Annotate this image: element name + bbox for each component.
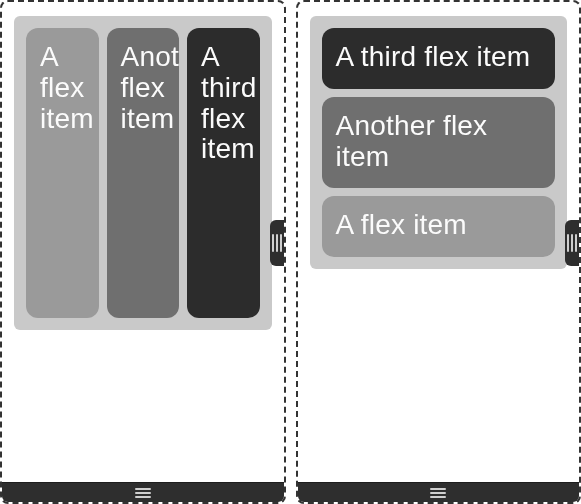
resize-handle-right[interactable] xyxy=(270,220,284,266)
screen-right: A third flex item Another flex item A fl… xyxy=(298,2,580,482)
flex-item: A third flex item xyxy=(187,28,260,318)
menu-icon[interactable] xyxy=(430,488,446,498)
flex-item: Another flex item xyxy=(322,97,556,189)
flex-container-column: A third flex item Another flex item A fl… xyxy=(310,16,568,269)
flex-item: A flex item xyxy=(322,196,556,257)
grip-icon xyxy=(272,234,282,252)
grip-icon xyxy=(567,234,577,252)
device-left: A flex item Another flex item A third fl… xyxy=(0,0,286,504)
flex-item: A third flex item xyxy=(322,28,556,89)
device-right: A third flex item Another flex item A fl… xyxy=(296,0,582,504)
device-bottombar-left xyxy=(2,482,284,502)
screen-left: A flex item Another flex item A third fl… xyxy=(2,2,284,482)
device-bottombar-right xyxy=(298,482,580,502)
flex-container-row: A flex item Another flex item A third fl… xyxy=(14,16,272,330)
flex-item: A flex item xyxy=(26,28,99,318)
resize-handle-right[interactable] xyxy=(565,220,579,266)
menu-icon[interactable] xyxy=(135,488,151,498)
flex-item: Another flex item xyxy=(107,28,180,318)
